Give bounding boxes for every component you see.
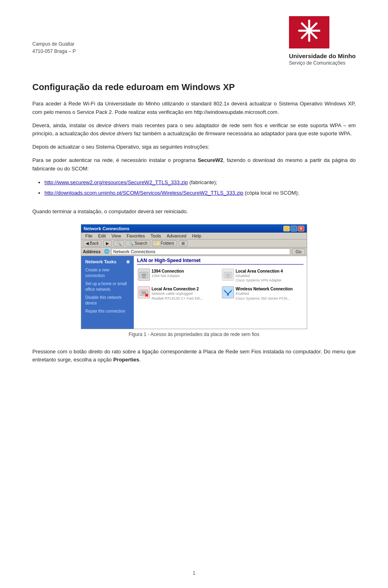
connection-wireless-label: Wireless Network Connection Enabled Cisc…: [236, 286, 293, 301]
svg-point-14: [227, 294, 229, 296]
sidebar-title: Network Tasks ⊗: [83, 258, 132, 266]
paragraph-6: Pressione com o botão direito do rato so…: [32, 348, 356, 365]
sidebar-item-repair[interactable]: Repair this connection: [83, 307, 132, 315]
para6-prefix: Pressione com o botão direito do rato so…: [32, 349, 356, 363]
link-fabricante[interactable]: http://www.securew2.org/resources/Secure…: [44, 179, 188, 185]
go-button[interactable]: Go: [292, 248, 305, 255]
toolbar-view-btn[interactable]: ⊞: [179, 240, 188, 246]
sidebar-item-disable[interactable]: Disable this network device: [83, 294, 132, 307]
menu-tools[interactable]: Tools: [148, 233, 164, 239]
connection-1394[interactable]: 1394 Connection 1394 Net Adapter: [137, 268, 219, 284]
properties-label: Properties: [113, 357, 139, 363]
forward-arrow-icon: ▶: [106, 241, 109, 246]
win-toolbar: ◀ Back ▶ 🔍 🔍 Search 📁 Folders ⊞: [81, 239, 307, 248]
win-menubar: File Edit View Favorites Tools Advanced …: [81, 233, 307, 239]
page-header: Campus de Gualtar 4710-057 Braga – P Uni…: [32, 16, 356, 66]
connection-lan4-icon: [222, 269, 234, 281]
toolbar-up-btn[interactable]: 🔍: [114, 240, 124, 246]
menu-advanced[interactable]: Advanced: [164, 233, 189, 239]
win-section-title: LAN or High-Speed Internet: [137, 258, 304, 265]
win-title: Network Connections: [84, 226, 129, 231]
svg-rect-5: [141, 273, 146, 277]
sidebar-item-setup[interactable]: Set up a home or small office network.: [83, 280, 132, 294]
win-sidebar: Network Tasks ⊗ Create a new connection …: [81, 256, 134, 329]
connection-wireless-icon: [222, 286, 234, 298]
address-line1: Campus de Gualtar: [32, 40, 76, 48]
connection-lan4-label: Local Area Connection 4 Disabled Cisco S…: [236, 269, 283, 283]
document-page: Campus de Gualtar 4710-057 Braga – P Uni…: [0, 0, 388, 588]
connection-lan2[interactable]: Local Area Connection 2 Network cable un…: [137, 286, 219, 302]
paragraph-4: Para se poder autenticar na rede, é nece…: [32, 156, 356, 173]
menu-help[interactable]: Help: [190, 233, 204, 239]
win-addressbar: Address 🌐 Network Connections Go: [81, 248, 307, 256]
connection-1394-icon: [138, 269, 150, 281]
securew2-label: SecureW2: [198, 157, 223, 163]
download-links-list: http://www.securew2.org/resources/Secure…: [44, 178, 356, 197]
paragraph-5: Quando terminar a instalação, o computad…: [32, 208, 356, 216]
connection-lan2-label: Local Area Connection 2 Network cable un…: [152, 286, 203, 301]
university-name: Universidade do Minho: [289, 52, 356, 59]
menu-view[interactable]: View: [109, 233, 124, 239]
windows-xp-screenshot: Network Connections _ □ ✕ File Edit View…: [81, 224, 307, 329]
screenshot-container: Network Connections _ □ ✕ File Edit View…: [32, 224, 356, 344]
svg-rect-6: [143, 277, 145, 278]
svg-rect-9: [227, 277, 229, 278]
service-name: Serviço de Comunicações: [289, 60, 345, 66]
address-input[interactable]: Network Connections: [111, 248, 290, 255]
bullet-item-1: http://www.securew2.org/resources/Secure…: [44, 178, 356, 187]
toolbar-search-btn[interactable]: 🔍 Search: [126, 240, 150, 246]
toolbar-folders-btn[interactable]: 📁 Folders: [152, 240, 177, 246]
menu-favorites[interactable]: Favorites: [124, 233, 147, 239]
header-address: Campus de Gualtar 4710-057 Braga – P: [32, 16, 76, 55]
toolbar-forward-btn[interactable]: ▶: [103, 240, 112, 246]
connection-lan2-icon: [138, 286, 150, 298]
connection-lan4[interactable]: Local Area Connection 4 Disabled Cisco S…: [221, 268, 304, 284]
address-icon: 🌐: [104, 249, 110, 254]
sidebar-item-create[interactable]: Create a new connection: [83, 266, 132, 280]
connection-1394-label: 1394 Connection 1394 Net Adapter: [152, 269, 184, 279]
address-line2: 4710-057 Braga – P: [32, 48, 76, 55]
bullet-item-2: http://downloads.scom.uminho.pt/SCOM/Ser…: [44, 189, 356, 197]
university-logo: [289, 16, 329, 48]
paragraph-1: Para aceder à Rede Wi-Fi da Universidade…: [32, 100, 356, 117]
menu-file[interactable]: File: [83, 233, 95, 239]
menu-edit[interactable]: Edit: [96, 233, 108, 239]
win-main-content: LAN or High-Speed Internet: [134, 256, 307, 329]
win-controls: _ □ ✕: [283, 226, 304, 231]
para4-prefix: Para se poder autenticar na rede, é nece…: [32, 157, 198, 163]
header-brand: Universidade do Minho Serviço de Comunic…: [289, 16, 356, 66]
win-maximize-btn[interactable]: □: [291, 226, 297, 231]
connection-wireless[interactable]: Wireless Network Connection Enabled Cisc…: [221, 286, 304, 302]
back-arrow-icon: ◀: [86, 241, 89, 246]
connections-grid: 1394 Connection 1394 Net Adapter: [137, 268, 304, 302]
logo-star-icon: [297, 19, 321, 46]
win-close-btn[interactable]: ✕: [298, 226, 304, 231]
sidebar-expand-icon[interactable]: ⊗: [126, 259, 130, 265]
sidebar-title-text: Network Tasks: [85, 259, 116, 264]
page-number: 1: [193, 570, 196, 576]
service-text: Service: [77, 109, 94, 115]
win-content-area: Network Tasks ⊗ Create a new connection …: [81, 256, 307, 329]
address-label: Address: [83, 249, 101, 254]
paragraph-3: Depois de actualizar o seu Sistema Opera…: [32, 143, 356, 151]
up-arrow-icon: 🔍: [116, 241, 121, 246]
win-titlebar: Network Connections _ □ ✕: [81, 225, 307, 233]
para6-suffix: .: [139, 357, 141, 363]
figure-caption: Figura 1 - Acesso às propriedades da pla…: [129, 332, 259, 337]
svg-rect-8: [226, 273, 230, 277]
win-minimize-btn[interactable]: _: [283, 226, 290, 231]
bullet1-suffix: (fabricante);: [188, 179, 217, 185]
document-title: Configuração da rede eduroam em Windows …: [32, 82, 356, 92]
bullet2-suffix: (cópia local no SCOM);: [243, 190, 299, 196]
paragraph-2: Deverá, ainda, instalar os device driver…: [32, 122, 356, 139]
link-scom[interactable]: http://downloads.scom.uminho.pt/SCOM/Ser…: [44, 190, 243, 196]
toolbar-back-btn[interactable]: ◀ Back: [83, 240, 101, 246]
